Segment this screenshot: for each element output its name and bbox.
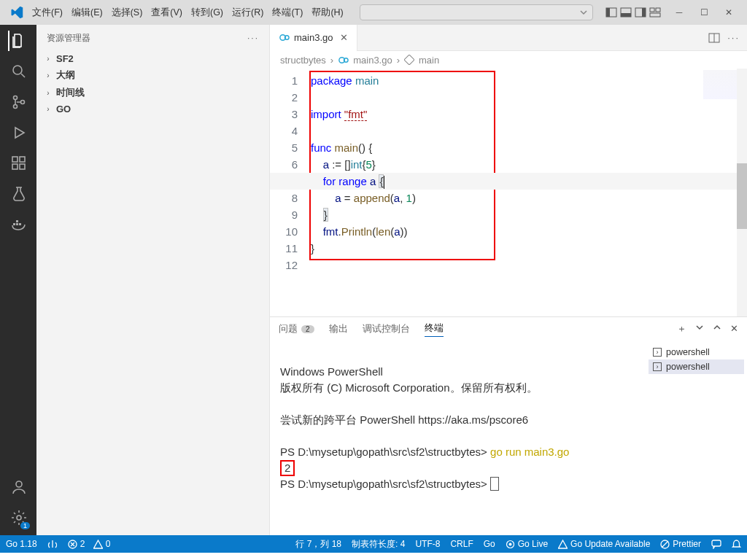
status-tab-size[interactable]: 制表符长度: 4	[352, 538, 405, 551]
vertical-scrollbar[interactable]	[737, 69, 747, 316]
status-error-count: 2	[80, 539, 85, 549]
svg-rect-1	[606, 8, 610, 17]
panel-label-problems: 问题	[279, 323, 298, 335]
sidebar-item-sf2[interactable]: ›SF2	[36, 51, 269, 66]
status-radio-tower-icon[interactable]	[47, 539, 58, 549]
layout-custom-icon[interactable]	[649, 7, 661, 18]
warning-icon	[93, 540, 103, 549]
status-feedback-icon[interactable]	[711, 539, 721, 549]
scrollbar-thumb[interactable]	[737, 163, 747, 229]
panel-right-icon[interactable]	[635, 7, 646, 18]
menu-terminal[interactable]: 终端(T)	[268, 5, 307, 20]
activity-settings[interactable]: 1	[8, 508, 28, 528]
activity-account[interactable]	[8, 477, 28, 497]
menu-edit[interactable]: 编辑(E)	[67, 5, 107, 20]
crumb-symbol[interactable]: main	[419, 55, 439, 66]
svg-rect-37	[712, 540, 721, 546]
panel-close-icon[interactable]: ✕	[730, 323, 738, 335]
activity-bar: 1	[0, 25, 36, 535]
code-editor[interactable]: 123456789101112 package main import "fmt…	[270, 69, 747, 316]
status-encoding[interactable]: UTF-8	[415, 539, 440, 549]
sidebar-item-outline[interactable]: ›大纲	[36, 66, 269, 84]
svg-point-12	[14, 105, 18, 109]
activity-source-control[interactable]	[8, 92, 28, 112]
tab-main3-go[interactable]: main3.go ✕	[270, 25, 357, 51]
svg-rect-3	[621, 13, 631, 17]
activity-testing[interactable]	[8, 184, 28, 204]
chevron-down-icon[interactable]	[695, 323, 704, 332]
window-minimize[interactable]: ─	[667, 1, 692, 23]
svg-point-11	[14, 96, 18, 100]
menu-run[interactable]: 运行(R)	[228, 5, 268, 20]
svg-point-13	[21, 101, 25, 104]
term-cmd: go run main3.go	[490, 446, 569, 458]
split-editor-icon[interactable]	[708, 32, 720, 44]
terminal[interactable]: Windows PowerShell 版权所有 (C) Microsoft Co…	[270, 341, 645, 535]
chevron-right-icon: ›	[44, 89, 53, 97]
sidebar-item-go[interactable]: ›GO	[36, 101, 269, 117]
settings-badge: 1	[20, 522, 30, 529]
menu-file[interactable]: 文件(F)	[28, 5, 67, 20]
tab-close-icon[interactable]: ✕	[340, 32, 348, 43]
svg-marker-14	[15, 128, 24, 138]
crumb-folder[interactable]: structbytes	[280, 55, 326, 66]
status-bell-icon[interactable]	[732, 540, 741, 549]
panel-tab-terminal[interactable]: 终端	[425, 321, 444, 337]
terminal-item-1[interactable]: ›powershell	[649, 345, 744, 359]
status-go-version[interactable]: Go 1.18	[6, 539, 37, 549]
breadcrumb[interactable]: structbytes› main3.go› main	[270, 51, 747, 69]
svg-line-10	[21, 74, 25, 77]
crumb-file[interactable]: main3.go	[353, 55, 392, 66]
menu-help[interactable]: 帮助(H)	[307, 5, 347, 20]
editor-tabs: main3.go ✕ ···	[270, 25, 747, 51]
sidebar-more-icon[interactable]: ···	[247, 33, 259, 43]
status-language[interactable]: Go	[484, 539, 495, 549]
code-content[interactable]: package main import "fmt" func main() { …	[306, 69, 416, 316]
activity-docker[interactable]	[8, 214, 28, 235]
svg-point-23	[16, 481, 22, 487]
status-live-label: Go Live	[518, 539, 548, 549]
status-warn-count: 0	[106, 539, 111, 549]
panel-bottom-icon[interactable]	[620, 7, 632, 18]
status-go-live[interactable]: Go Live	[506, 539, 548, 549]
sidebar-label-outline: 大纲	[56, 69, 75, 82]
activity-run-debug[interactable]	[8, 122, 28, 143]
status-problems[interactable]: 2 0	[68, 539, 111, 549]
gutter: 123456789101112	[270, 69, 306, 316]
panel-tab-output[interactable]: 输出	[329, 322, 348, 337]
panel-maximize-icon[interactable]	[713, 323, 721, 332]
status-go-update[interactable]: Go Update Available	[558, 539, 650, 549]
activity-extensions[interactable]	[8, 153, 28, 174]
activity-search[interactable]	[8, 61, 28, 82]
svg-point-33	[508, 542, 511, 545]
terminal-new-icon[interactable]: ＋	[677, 323, 686, 335]
svg-point-9	[13, 66, 22, 74]
go-file-icon	[279, 32, 290, 43]
window-maximize[interactable]: ☐	[692, 1, 716, 23]
titlebar: 文件(F) 编辑(E) 选择(S) 查看(V) 转到(G) 运行(R) 终端(T…	[0, 0, 747, 25]
svg-rect-22	[16, 220, 18, 222]
command-center[interactable]	[360, 4, 593, 20]
status-eol[interactable]: CRLF	[450, 539, 473, 549]
sidebar-item-timeline[interactable]: ›时间线	[36, 84, 269, 101]
editor-more-icon[interactable]: ···	[727, 32, 740, 44]
terminal-list: ›powershell ›powershell	[645, 341, 747, 535]
activity-explorer[interactable]	[8, 31, 28, 51]
chevron-right-icon: ›	[44, 71, 53, 79]
svg-rect-16	[12, 164, 18, 169]
status-cursor-pos[interactable]: 行 7，列 18	[295, 538, 341, 551]
svg-rect-5	[642, 8, 646, 17]
term-line: Windows PowerShell	[280, 365, 383, 378]
menu-select[interactable]: 选择(S)	[107, 5, 147, 20]
terminal-item-2[interactable]: ›powershell	[649, 359, 744, 374]
panel-tab-debug[interactable]: 调试控制台	[363, 322, 410, 337]
panel-tab-problems[interactable]: 问题2	[279, 322, 314, 337]
menu-view[interactable]: 查看(V)	[147, 5, 187, 20]
bottom-panel: 问题2 输出 调试控制台 终端 ＋ ✕ Windows PowerShell 版…	[270, 316, 747, 535]
svg-rect-8	[650, 13, 660, 17]
panel-tabs: 问题2 输出 调试控制台 终端 ＋ ✕	[270, 317, 747, 341]
window-close[interactable]: ✕	[716, 1, 741, 23]
status-prettier[interactable]: Prettier	[660, 539, 701, 549]
menu-goto[interactable]: 转到(G)	[187, 5, 228, 20]
panel-left-icon[interactable]	[605, 7, 617, 18]
